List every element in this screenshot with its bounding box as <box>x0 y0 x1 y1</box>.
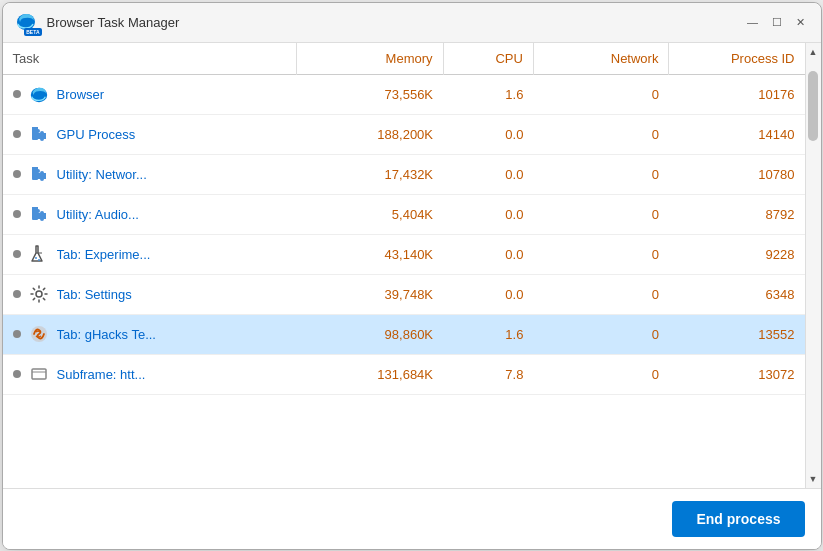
task-icon-7 <box>29 364 49 384</box>
task-cell-5: Tab: Settings <box>3 274 297 314</box>
task-cell-1: GPU Process <box>3 114 297 154</box>
pid-5: 6348 <box>669 274 805 314</box>
network-1: 0 <box>533 114 669 154</box>
table-scroll-area: Task Memory CPU Network Process ID <box>3 43 821 488</box>
network-5: 0 <box>533 274 669 314</box>
header-pid[interactable]: Process ID <box>669 43 805 75</box>
scroll-track[interactable] <box>806 61 821 486</box>
network-0: 0 <box>533 74 669 114</box>
minimize-button[interactable]: — <box>745 14 761 30</box>
table-row[interactable]: Tab: Experime... 43,140K 0.0 0 9228 <box>3 234 805 274</box>
task-cell-2: Utility: Networ... <box>3 154 297 194</box>
title-bar: BETA Browser Task Manager — ☐ ✕ <box>3 3 821 43</box>
task-dot-6 <box>13 330 21 338</box>
task-name-2: Utility: Networ... <box>57 167 147 182</box>
scroll-down-arrow[interactable]: ▼ <box>806 472 820 486</box>
scroll-handle[interactable] <box>808 71 818 141</box>
task-name-5: Tab: Settings <box>57 287 132 302</box>
cpu-1: 0.0 <box>443 114 533 154</box>
pid-3: 8792 <box>669 194 805 234</box>
cpu-0: 1.6 <box>443 74 533 114</box>
task-icon-3 <box>29 204 49 224</box>
table-row[interactable]: Utility: Networ... 17,432K 0.0 0 10780 <box>3 154 805 194</box>
task-dot-4 <box>13 250 21 258</box>
task-cell-3: Utility: Audio... <box>3 194 297 234</box>
pid-4: 9228 <box>669 234 805 274</box>
task-name-4: Tab: Experime... <box>57 247 151 262</box>
task-name-3: Utility: Audio... <box>57 207 139 222</box>
table-row[interactable]: Subframe: htt... 131,684K 7.8 0 13072 <box>3 354 805 394</box>
memory-6: 98,860K <box>296 314 443 354</box>
task-icon-1 <box>29 124 49 144</box>
header-memory[interactable]: Memory <box>296 43 443 75</box>
network-3: 0 <box>533 194 669 234</box>
scroll-up-arrow[interactable]: ▲ <box>806 45 820 59</box>
task-cell-7: Subframe: htt... <box>3 354 297 394</box>
window-controls: — ☐ ✕ <box>745 14 809 30</box>
pid-6: 13552 <box>669 314 805 354</box>
table-row[interactable]: Tab: Settings 39,748K 0.0 0 6348 <box>3 274 805 314</box>
pid-2: 10780 <box>669 154 805 194</box>
beta-badge: BETA <box>24 28 41 36</box>
task-name-7: Subframe: htt... <box>57 367 146 382</box>
pid-1: 14140 <box>669 114 805 154</box>
cpu-3: 0.0 <box>443 194 533 234</box>
task-name-1: GPU Process <box>57 127 136 142</box>
network-6: 0 <box>533 314 669 354</box>
task-icon-0 <box>29 84 49 104</box>
task-icon-5 <box>29 284 49 304</box>
task-dot-3 <box>13 210 21 218</box>
task-name-0: Browser <box>57 87 105 102</box>
memory-3: 5,404K <box>296 194 443 234</box>
table-row[interactable]: Tab: gHacks Te... 98,860K 1.6 0 13552 <box>3 314 805 354</box>
task-table: Task Memory CPU Network Process ID <box>3 43 805 395</box>
header-task[interactable]: Task <box>3 43 297 75</box>
footer: End process <box>3 488 821 549</box>
task-icon-6 <box>29 324 49 344</box>
task-name-6: Tab: gHacks Te... <box>57 327 156 342</box>
table-row[interactable]: Browser 73,556K 1.6 0 10176 <box>3 74 805 114</box>
task-icon-4 <box>29 244 49 264</box>
memory-4: 43,140K <box>296 234 443 274</box>
task-dot-7 <box>13 370 21 378</box>
network-2: 0 <box>533 154 669 194</box>
header-cpu[interactable]: CPU <box>443 43 533 75</box>
svg-rect-3 <box>32 174 38 180</box>
task-icon-2 <box>29 164 49 184</box>
network-7: 0 <box>533 354 669 394</box>
table-row[interactable]: GPU Process 188,200K 0.0 0 14140 <box>3 114 805 154</box>
svg-rect-4 <box>32 214 38 220</box>
end-process-button[interactable]: End process <box>672 501 804 537</box>
svg-rect-10 <box>32 369 46 379</box>
cpu-7: 7.8 <box>443 354 533 394</box>
task-dot-2 <box>13 170 21 178</box>
cpu-2: 0.0 <box>443 154 533 194</box>
memory-7: 131,684K <box>296 354 443 394</box>
memory-5: 39,748K <box>296 274 443 314</box>
window-title: Browser Task Manager <box>47 15 745 30</box>
close-button[interactable]: ✕ <box>793 14 809 30</box>
task-dot-5 <box>13 290 21 298</box>
pid-0: 10176 <box>669 74 805 114</box>
app-icon-container: BETA <box>15 10 39 34</box>
scrollbar[interactable]: ▲ ▼ <box>805 43 821 488</box>
svg-rect-2 <box>32 134 38 140</box>
browser-task-manager-window: BETA Browser Task Manager — ☐ ✕ Task Mem… <box>2 2 822 550</box>
memory-1: 188,200K <box>296 114 443 154</box>
table-inner: Task Memory CPU Network Process ID <box>3 43 805 488</box>
task-cell-4: Tab: Experime... <box>3 234 297 274</box>
cpu-5: 0.0 <box>443 274 533 314</box>
maximize-button[interactable]: ☐ <box>769 14 785 30</box>
network-4: 0 <box>533 234 669 274</box>
table-row[interactable]: Utility: Audio... 5,404K 0.0 0 8792 <box>3 194 805 234</box>
memory-2: 17,432K <box>296 154 443 194</box>
header-network[interactable]: Network <box>533 43 669 75</box>
content-area: Task Memory CPU Network Process ID <box>3 43 821 488</box>
svg-point-8 <box>36 291 42 297</box>
pid-7: 13072 <box>669 354 805 394</box>
table-header-row: Task Memory CPU Network Process ID <box>3 43 805 75</box>
task-cell-0: Browser <box>3 74 297 114</box>
task-dot-0 <box>13 90 21 98</box>
memory-0: 73,556K <box>296 74 443 114</box>
task-cell-6: Tab: gHacks Te... <box>3 314 297 354</box>
